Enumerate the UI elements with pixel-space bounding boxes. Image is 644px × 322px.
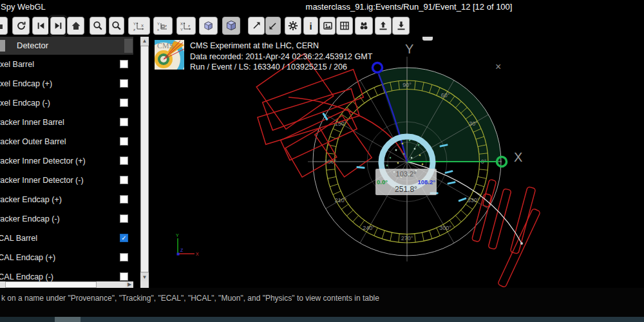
detector-item[interactable]: Tracker Outer Barrel — [0, 132, 133, 151]
detector-item[interactable]: Tracker Inner Detector (-) — [0, 171, 133, 190]
view-xz-button[interactable]: XzY — [176, 17, 196, 35]
binoculars-icon — [359, 21, 369, 31]
sidebar-vertical-scrollbar[interactable]: ▲ ▼ — [140, 37, 149, 281]
close-icon[interactable]: × — [495, 62, 501, 72]
sidebar-horizontal-scrollbar[interactable]: ▶ — [0, 281, 133, 288]
vertex-hit — [390, 157, 391, 158]
detector-checkbox[interactable] — [120, 176, 128, 184]
detector-checkbox[interactable] — [120, 156, 128, 165]
vertex-hit — [395, 149, 397, 151]
dial-angle-label: 60° — [441, 92, 450, 99]
detector-checkbox[interactable] — [120, 118, 128, 126]
svg-text:z: z — [188, 24, 190, 28]
detector-checkbox[interactable]: ✓ — [120, 234, 128, 242]
angle-top-value: 103.2° — [375, 170, 437, 178]
detector-item-label: Pixel Endcap (+) — [0, 79, 52, 88]
home-button[interactable] — [67, 17, 84, 35]
dial-angle-label: 210° — [335, 197, 347, 204]
info-button[interactable]: i — [303, 17, 318, 35]
panel-handle-notch[interactable] — [422, 37, 433, 41]
detector-checkbox[interactable] — [120, 137, 128, 146]
blue-muon-marker[interactable] — [373, 63, 383, 73]
detector-item-label: ECAL Endcap (-) — [0, 272, 53, 281]
svg-text:CMS: CMS — [157, 41, 173, 50]
open-file-button[interactable] — [0, 17, 8, 35]
axis-y-label: Y — [405, 42, 413, 57]
next-event-button[interactable] — [50, 17, 66, 35]
upload-button[interactable] — [375, 17, 392, 35]
angle-tooltip: 103.2° 251.8° 0.0° 108.2° — [375, 169, 437, 195]
detector-item-label: Pixel Endcap (-) — [0, 99, 50, 108]
svg-text:x: x — [157, 28, 159, 32]
event-display-canvas[interactable]: 0°30°60°90°150°180°210°240°270°300°330° — [150, 37, 644, 288]
horizontal-scroll-thumb[interactable] — [5, 281, 97, 288]
panel-header-handle[interactable] — [124, 39, 133, 53]
view-yz-button[interactable]: Yzx — [153, 17, 173, 35]
detector-checkbox[interactable] — [120, 99, 128, 107]
event-display-3d-view[interactable]: 0°30°60°90°150°180°210°240°270°300°330° — [150, 37, 644, 288]
detector-panel-header[interactable]: Detector — [0, 37, 133, 55]
settings-button[interactable] — [285, 17, 301, 35]
shrink-button[interactable] — [265, 17, 281, 35]
detector-checkbox[interactable] — [120, 195, 128, 204]
calorimeter-hit — [458, 197, 466, 202]
download-button[interactable] — [392, 17, 410, 35]
svg-text:Y: Y — [133, 22, 136, 26]
upload-icon — [378, 21, 388, 31]
view-yz-icon: Yzx — [156, 21, 169, 32]
detector-checkbox[interactable] — [120, 272, 128, 281]
view-xy-button[interactable]: YXz — [128, 17, 150, 35]
detector-list: Pixel BarrelPixel Endcap (+)Pixel Endcap… — [0, 55, 133, 281]
shrink-icon — [268, 21, 278, 31]
reload-button[interactable] — [12, 17, 30, 35]
zoom-in-button[interactable] — [90, 17, 106, 35]
event-table-button[interactable] — [336, 17, 353, 35]
scroll-up-icon[interactable]: ▲ — [140, 37, 149, 45]
detector-item[interactable]: Pixel Barrel — [0, 55, 133, 74]
detector-item[interactable]: Tracker Endcap (+) — [0, 190, 133, 209]
previous-event-button[interactable] — [32, 17, 49, 35]
detector-checkbox[interactable] — [120, 60, 128, 68]
detector-checkbox[interactable] — [120, 79, 128, 88]
zoom-out-button[interactable] — [109, 17, 124, 35]
detector-item-label: Tracker Outer Barrel — [0, 137, 66, 146]
status-bar: k on a name under "Provenance", "Trackin… — [0, 288, 644, 317]
dial-angle-label: 300° — [439, 225, 451, 231]
gizmo-x-label: X — [196, 252, 199, 256]
screenshot-button[interactable] — [319, 17, 336, 35]
detector-item[interactable]: Tracker Endcap (-) — [0, 209, 133, 229]
event-info-line3: Run / Event / LS: 163340 / 103925215 / 2… — [190, 62, 372, 73]
detector-checkbox[interactable] — [120, 253, 128, 261]
bottom-strip-segment — [0, 317, 55, 322]
scroll-down-icon[interactable]: ▼ — [140, 273, 149, 281]
event-info-line1: CMS Experiment at the LHC, CERN — [190, 41, 372, 52]
vertex-hit — [397, 162, 399, 164]
enlarge-button[interactable] — [248, 17, 265, 35]
vertical-scroll-thumb[interactable] — [140, 46, 149, 272]
dial-angle-label: 270° — [401, 235, 413, 242]
perspective-view-button[interactable] — [199, 17, 218, 35]
folder-open-icon — [0, 21, 4, 31]
detector-item[interactable]: Tracker Inner Detector (+) — [0, 151, 133, 171]
detector-item[interactable]: ECAL Barrel✓ — [0, 229, 133, 248]
view-xz-icon: XzY — [180, 21, 193, 32]
detector-checkbox[interactable] — [120, 214, 128, 223]
scroll-right-icon[interactable]: ▶ — [126, 281, 133, 288]
detector-item[interactable]: ECAL Endcap (-) — [0, 267, 133, 281]
angle-left-value: 0.0° — [377, 178, 388, 185]
previous-event-icon — [36, 21, 46, 30]
detector-item[interactable]: Tracker Inner Barrel — [0, 113, 133, 132]
detector-item[interactable]: Pixel Endcap (-) — [0, 93, 133, 113]
calorimeter-hit — [447, 181, 455, 185]
orientation-gizmo: Y X Z — [166, 232, 200, 261]
detector-item[interactable]: ECAL Endcap (+) — [0, 248, 133, 267]
detector-item[interactable]: Pixel Endcap (+) — [0, 74, 133, 93]
info-icon: i — [309, 21, 312, 31]
panel-collapse-icon — [0, 40, 5, 52]
detector-item-label: Tracker Endcap (-) — [0, 214, 60, 223]
search-button[interactable] — [355, 17, 373, 35]
enlarge-icon — [251, 21, 261, 31]
calorimeter-hit — [356, 166, 365, 169]
white-track-endpoint — [520, 242, 523, 245]
orthographic-view-button[interactable] — [222, 17, 240, 35]
